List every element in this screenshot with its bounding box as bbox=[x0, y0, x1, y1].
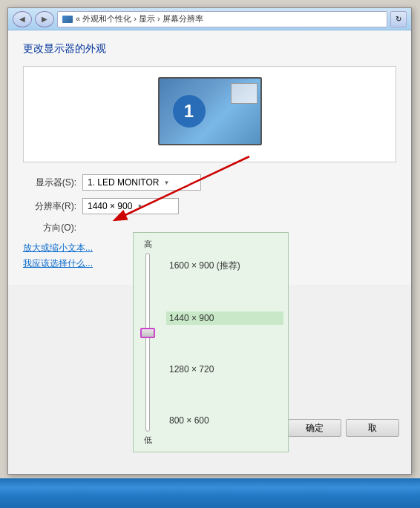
monitor-preview: 1 bbox=[23, 66, 396, 162]
breadcrumb-icon bbox=[62, 16, 73, 23]
resolution-row: 分辨率(R): 1440 × 900 ▼ bbox=[23, 198, 396, 214]
title-bar-nav: ◀ ▶ « 外观和个性化 › 显示 › 屏幕分辨率 ↻ bbox=[13, 11, 407, 27]
monitor-display: 1 bbox=[158, 77, 262, 151]
resolution-dropdown-arrow: ▼ bbox=[137, 203, 142, 210]
resolution-option-1280-label: 1280 × 720 bbox=[169, 364, 214, 375]
resolution-option-800[interactable]: 800 × 600 bbox=[166, 414, 283, 427]
resolution-dropdown-value: 1440 × 900 bbox=[88, 201, 132, 211]
slider-container: 高 低 bbox=[134, 233, 162, 452]
resolution-option-1600[interactable]: 1600 × 900 (推荐) bbox=[166, 258, 283, 274]
orientation-label: 方向(O): bbox=[23, 222, 76, 234]
resolution-popup-inner: 高 低 1600 × 900 (推荐) 1440 × 900 1280 × 72… bbox=[134, 233, 288, 452]
breadcrumb-text: « 外观和个性化 › 显示 › 屏幕分辨率 bbox=[76, 13, 203, 24]
address-bar: « 外观和个性化 › 显示 › 屏幕分辨率 bbox=[57, 11, 387, 27]
resolution-option-800-label: 800 × 600 bbox=[169, 415, 209, 426]
resolution-dropdown[interactable]: 1440 × 900 ▼ bbox=[82, 198, 179, 214]
refresh-button[interactable]: ↻ bbox=[390, 11, 407, 27]
slider-high-label: 高 bbox=[144, 239, 152, 250]
resolution-option-1440-label: 1440 × 900 bbox=[169, 313, 214, 323]
forward-button[interactable]: ▶ bbox=[35, 11, 54, 27]
resolution-popup: 高 低 1600 × 900 (推荐) 1440 × 900 1280 × 72… bbox=[133, 232, 289, 452]
monitor-number: 1 bbox=[173, 95, 206, 128]
display-dropdown-arrow: ▼ bbox=[163, 179, 169, 186]
cancel-button[interactable]: 取 bbox=[346, 419, 399, 437]
page-title: 更改显示器的外观 bbox=[23, 42, 396, 56]
slider-thumb[interactable] bbox=[140, 328, 155, 338]
title-bar: ◀ ▶ « 外观和个性化 › 显示 › 屏幕分辨率 ↻ bbox=[8, 8, 411, 30]
back-button[interactable]: ◀ bbox=[13, 11, 32, 27]
slider-low-label: 低 bbox=[144, 435, 152, 446]
display-label: 显示器(S): bbox=[23, 177, 76, 189]
main-window: ◀ ▶ « 外观和个性化 › 显示 › 屏幕分辨率 ↻ 更改显示器的外观 1 显… bbox=[7, 7, 412, 475]
slider-track[interactable] bbox=[145, 253, 150, 432]
resolution-option-1440[interactable]: 1440 × 900 bbox=[166, 311, 283, 325]
monitor-small-preview bbox=[231, 83, 257, 104]
display-row: 显示器(S): 1. LED MONITOR ▼ bbox=[23, 174, 396, 191]
confirm-button[interactable]: 确定 bbox=[288, 419, 341, 437]
resolution-label: 分辨率(R): bbox=[23, 200, 76, 213]
resolution-option-1280[interactable]: 1280 × 720 bbox=[166, 363, 283, 376]
display-dropdown[interactable]: 1. LED MONITOR ▼ bbox=[82, 174, 201, 191]
monitor-screen: 1 bbox=[158, 77, 262, 145]
display-dropdown-value: 1. LED MONITOR bbox=[88, 177, 159, 188]
button-row: 确定 取 bbox=[288, 419, 399, 437]
resolution-options: 1600 × 900 (推荐) 1440 × 900 1280 × 720 80… bbox=[162, 233, 288, 452]
resolution-option-1600-label: 1600 × 900 (推荐) bbox=[169, 260, 240, 271]
taskbar bbox=[0, 478, 420, 508]
